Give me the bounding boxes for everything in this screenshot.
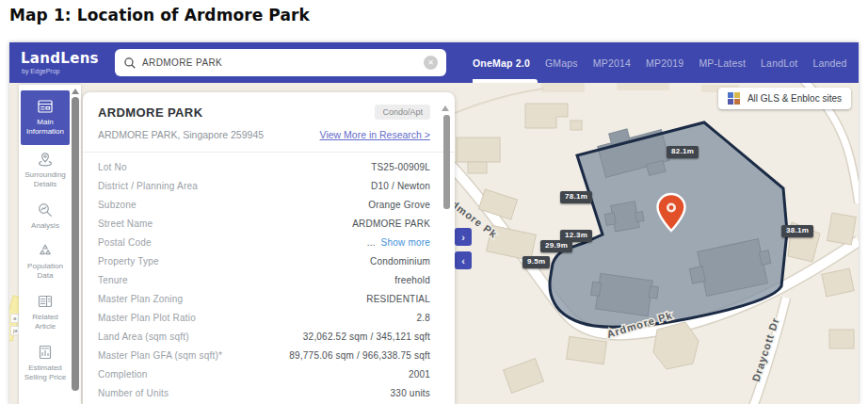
info-row-property-type: Property Type Condominium <box>98 251 430 270</box>
info-row-district: District / Planning Area D10 / Newton <box>98 176 430 195</box>
distance-label: 29.9m <box>540 240 572 252</box>
landlens-app-window: LandLens by EdgeProp ✕ OneMap 2.0 GMaps … <box>9 42 859 404</box>
info-row-land-area: Land Area (sqm sqft) 32,062.52 sqm / 345… <box>98 327 430 346</box>
page-title: Map 1: Location of Ardmore Park <box>9 6 310 24</box>
sidebar-scrollbar[interactable] <box>72 97 79 391</box>
sidebar-item-surrounding-details[interactable]: Surrounding Details <box>21 145 70 196</box>
map-label-fragment: a <box>10 314 19 323</box>
sidebar-item-estimated-selling-price[interactable]: Estimated Selling Price <box>21 338 70 389</box>
distance-label: 82.1m <box>667 146 699 158</box>
map-layer-tabs: OneMap 2.0 GMaps MP2014 MP2019 MP-Latest… <box>473 42 859 83</box>
sidebar-item-analysis[interactable]: Analysis <box>21 196 70 236</box>
gls-sites-icon <box>728 92 740 105</box>
tab-mp-latest[interactable]: MP-Latest <box>699 42 746 83</box>
info-row-plot-ratio: Master Plan Plot Ratio 2.8 <box>98 308 430 327</box>
pan-prev-button[interactable]: ‹ <box>455 251 472 269</box>
info-row-street-name: Street Name ARDMORE PARK <box>98 214 430 233</box>
search-bar[interactable]: ✕ <box>115 49 446 76</box>
info-row-subzone: Subzone Orange Grove <box>98 195 430 214</box>
logo-byline: by EdgeProp <box>22 68 115 74</box>
postal-code-ellipsis: ... <box>367 237 376 248</box>
analysis-icon <box>37 202 54 218</box>
property-address: ARDMORE PARK, Singapore 259945 <box>98 129 264 140</box>
search-input[interactable] <box>142 57 418 68</box>
tab-gmaps[interactable]: GMaps <box>545 42 578 83</box>
sidebar-item-population-data[interactable]: Population Data <box>21 236 70 287</box>
distance-label: 9.5m <box>522 256 550 268</box>
property-type-badge: Condo/Apt <box>375 105 430 120</box>
sidebar-item-label: Estimated Selling Price <box>22 364 69 383</box>
search-icon <box>123 57 137 70</box>
related-article-icon <box>37 293 54 310</box>
info-row-master-plan-gfa: Master Plan GFA (sqm sqft)* 89,775.06 sq… <box>98 346 430 364</box>
distance-label: 78.1m <box>560 191 592 203</box>
distance-label: 38.1m <box>781 225 813 237</box>
logo-title: LandLens <box>21 52 115 66</box>
sidebar-item-related-article[interactable]: Related Article <box>21 287 70 338</box>
chevron-left-icon: ‹ <box>461 255 465 267</box>
sidebar-item-main-information[interactable]: Main Information <box>21 90 70 145</box>
sidebar-item-label: Surrounding Details <box>22 170 69 190</box>
map-view[interactable]: Ardmore Pk Ardmore Pk Draycott Dr 82.1m … <box>455 83 859 404</box>
property-title: ARDMORE PARK <box>98 105 202 120</box>
property-details-panel: ARDMORE PARK Condo/Apt ARDMORE PARK, Sin… <box>83 92 455 404</box>
info-row-lot-no: Lot No TS25-00909L <box>98 157 430 176</box>
tab-landed[interactable]: Landed <box>812 42 846 83</box>
population-data-icon <box>37 242 54 259</box>
estimated-selling-price-icon <box>37 344 54 361</box>
tab-mp2014[interactable]: MP2014 <box>593 42 631 83</box>
gls-enbloc-sites-toggle[interactable]: All GLS & Enbloc sites <box>718 88 851 109</box>
tab-onemap[interactable]: OneMap 2.0 <box>473 42 530 83</box>
show-more-link[interactable]: Show more <box>381 237 430 248</box>
divider <box>83 152 455 153</box>
landlens-logo[interactable]: LandLens by EdgeProp <box>21 52 115 74</box>
info-row-tenure: Tenure freehold <box>98 270 430 289</box>
info-row-completion: Completion 2001 <box>98 364 430 383</box>
info-row-master-plan-zoning: Master Plan Zoning RESIDENTIAL <box>98 289 430 308</box>
app-header: LandLens by EdgeProp ✕ OneMap 2.0 GMaps … <box>9 42 859 83</box>
view-more-research-link[interactable]: View More in Research > <box>320 129 430 140</box>
map-canvas[interactable]: Ardmore Pk Ardmore Pk Draycott Dr <box>455 83 859 404</box>
panel-scrollbar[interactable] <box>443 115 450 209</box>
info-row-postal-code: Postal Code ... Show more <box>98 233 430 251</box>
sidebar-item-label: Related Article <box>22 313 69 332</box>
sidebar-item-label: Main Information <box>22 118 69 137</box>
property-info-list: Lot No TS25-00909L District / Planning A… <box>83 155 455 402</box>
sidebar-item-label: Analysis <box>31 221 59 231</box>
sidebar-scroll-up-icon[interactable] <box>72 89 79 94</box>
content-area: a ja <box>9 83 859 404</box>
main-information-icon <box>37 98 54 115</box>
info-row-number-of-units: Number of Units 330 units <box>98 383 430 402</box>
pan-next-button[interactable]: › <box>455 228 472 246</box>
clear-search-icon[interactable]: ✕ <box>424 56 438 70</box>
surrounding-details-icon <box>37 151 54 168</box>
tab-landlot[interactable]: LandLot <box>761 42 797 83</box>
gls-sites-label: All GLS & Enbloc sites <box>747 93 842 104</box>
tab-mp2019[interactable]: MP2019 <box>646 42 683 83</box>
chevron-right-icon: › <box>461 232 465 243</box>
sidebar: Main Information Surrounding Details Ana… <box>19 85 81 404</box>
sidebar-item-label: Population Data <box>22 262 69 282</box>
panel-scroll-up-icon[interactable] <box>442 105 449 111</box>
